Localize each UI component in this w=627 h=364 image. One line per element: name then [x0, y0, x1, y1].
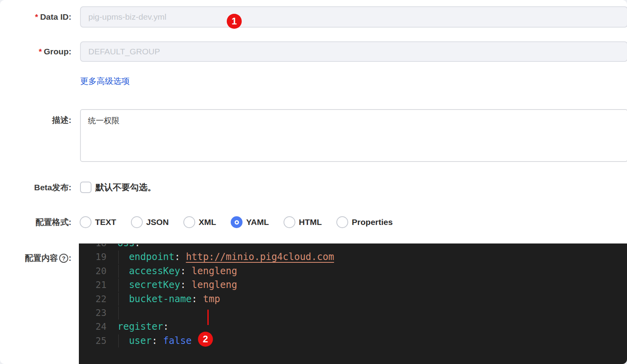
required-asterisk: *	[39, 47, 42, 56]
data-id-input	[80, 6, 627, 28]
editor-cursor-marker	[207, 310, 209, 325]
data-id-label: * Data ID:	[0, 6, 71, 28]
radio-circle-icon	[231, 216, 243, 228]
format-radio-properties[interactable]: Properties	[336, 216, 393, 228]
format-radio-xml[interactable]: XML	[183, 216, 216, 228]
code-line: 19 endpoint: http://minio.pig4cloud.com	[79, 250, 627, 264]
code-text: oss:	[118, 243, 140, 250]
annotation-marker-2: 2	[198, 332, 213, 347]
beta-hint-text: 默认不要勾选。	[95, 182, 156, 193]
format-radio-group: TEXTJSONXMLYAMLHTMLProperties	[80, 216, 393, 228]
code-line: 18oss:	[79, 243, 627, 250]
beta-label: Beta发布:	[0, 182, 71, 193]
line-number: 25	[79, 334, 106, 348]
radio-circle-icon	[284, 216, 295, 228]
radio-selected-dot	[235, 220, 239, 225]
line-number: 20	[79, 264, 106, 278]
line-number: 19	[79, 250, 106, 264]
line-number: 18	[79, 243, 106, 250]
line-number: 23	[79, 306, 106, 320]
radio-label: Properties	[352, 217, 393, 227]
line-number: 24	[79, 320, 106, 334]
radio-label: JSON	[146, 217, 169, 227]
code-text: endpoint: http://minio.pig4cloud.com	[118, 250, 334, 264]
code-text: bucket-name: tmp	[118, 292, 220, 306]
radio-circle-icon	[131, 216, 143, 228]
code-text: register:	[118, 320, 169, 334]
code-line: 22 bucket-name: tmp	[79, 292, 627, 306]
format-radio-text[interactable]: TEXT	[80, 216, 116, 228]
indent-guide	[118, 306, 119, 319]
format-radio-yaml[interactable]: YAML	[231, 216, 269, 228]
code-text: user: false	[118, 334, 192, 348]
config-edit-panel: * Data ID: * Group: 更多高级选项 描述: 统一权限 Beta…	[0, 0, 627, 364]
code-text: secretKey: lengleng	[118, 278, 237, 292]
group-label: * Group:	[0, 41, 71, 62]
code-lines: 18oss:19 endpoint: http://minio.pig4clou…	[79, 243, 627, 348]
radio-label: YAML	[246, 217, 269, 227]
content-label: 配置内容 ? :	[0, 252, 71, 264]
code-line: 23	[79, 306, 627, 320]
group-input	[80, 41, 627, 62]
line-number: 22	[79, 292, 106, 306]
more-advanced-options-link[interactable]: 更多高级选项	[80, 76, 130, 87]
config-content-editor[interactable]: 18oss:19 endpoint: http://minio.pig4clou…	[79, 243, 627, 364]
radio-label: TEXT	[95, 217, 116, 227]
required-asterisk: *	[35, 13, 38, 22]
radio-label: HTML	[299, 217, 322, 227]
help-icon[interactable]: ?	[59, 254, 68, 263]
radio-circle-icon	[183, 216, 195, 228]
format-radio-html[interactable]: HTML	[284, 216, 322, 228]
format-radio-json[interactable]: JSON	[131, 216, 169, 228]
code-line: 24register:	[79, 320, 627, 334]
code-text: accessKey: lengleng	[118, 264, 237, 278]
radio-circle-icon	[336, 216, 348, 228]
radio-circle-icon	[80, 216, 91, 228]
description-label: 描述:	[0, 114, 71, 126]
line-number: 21	[79, 278, 106, 292]
annotation-marker-1: 1	[227, 14, 242, 29]
code-line: 25 user: false	[79, 334, 627, 348]
description-textarea[interactable]: 统一权限	[80, 109, 627, 162]
format-label: 配置格式:	[0, 216, 71, 228]
radio-label: XML	[199, 217, 216, 227]
beta-checkbox[interactable]	[80, 182, 91, 193]
code-line: 21 secretKey: lengleng	[79, 278, 627, 292]
code-line: 20 accessKey: lengleng	[79, 264, 627, 278]
